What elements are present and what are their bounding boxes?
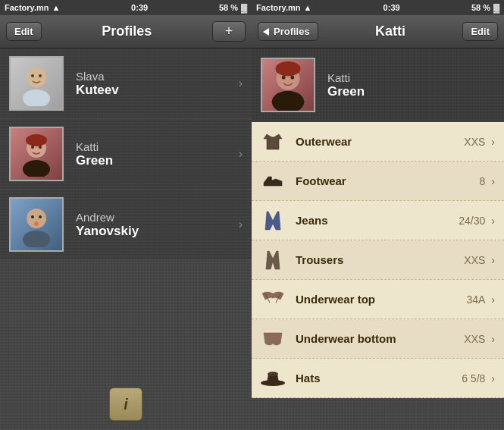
wifi-icon-left: ▲ bbox=[52, 3, 60, 12]
info-btn-container: i bbox=[0, 378, 252, 430]
add-profile-button[interactable]: + bbox=[212, 21, 246, 42]
list-item[interactable]: Slava Kuteev › bbox=[0, 49, 252, 119]
hats-chevron-icon: › bbox=[491, 372, 495, 384]
list-item[interactable]: Outerwear XXS › bbox=[252, 122, 504, 162]
svg-point-17 bbox=[282, 76, 286, 80]
nav-bar-right: Profiles Katti Edit bbox=[252, 15, 504, 49]
profile-last-slava: Kuteev bbox=[76, 83, 239, 98]
status-right-left: 58 % ▓ bbox=[219, 3, 247, 12]
svg-point-12 bbox=[39, 215, 42, 218]
profile-first-katti: Katti bbox=[76, 140, 239, 153]
back-button[interactable]: Profiles bbox=[258, 22, 318, 41]
underwear-top-label: Underwear top bbox=[296, 293, 466, 306]
battery-left: 58 % bbox=[219, 3, 238, 12]
list-item[interactable]: Footwear 8 › bbox=[252, 162, 504, 201]
battery-icon-left: ▓ bbox=[241, 3, 247, 12]
jeans-icon bbox=[258, 206, 288, 236]
photo-andrew bbox=[11, 199, 62, 250]
svg-point-8 bbox=[39, 146, 42, 149]
profile-header: Katti Green bbox=[252, 49, 504, 122]
photo-slava bbox=[11, 58, 62, 109]
wifi-icon-right: ▲ bbox=[303, 3, 311, 12]
carrier-left: Factory.mn bbox=[5, 3, 49, 12]
svg-point-1 bbox=[23, 89, 50, 106]
svg-point-15 bbox=[272, 91, 305, 111]
list-item[interactable]: Jeans 24/30 › bbox=[252, 201, 504, 240]
outerwear-icon bbox=[258, 127, 288, 157]
profile-last-andrew: Yanovskiy bbox=[76, 224, 239, 239]
status-bar-left: Factory.mn ▲ 0:39 58 % ▓ bbox=[0, 0, 252, 15]
time-left: 0:39 bbox=[131, 3, 148, 12]
underwear-bottom-label: Underwear bottom bbox=[296, 332, 464, 345]
profile-first-andrew: Andrew bbox=[76, 211, 239, 224]
list-item[interactable]: Underwear top 34A › bbox=[252, 280, 504, 319]
svg-point-6 bbox=[26, 134, 47, 146]
profile-list-container: Slava Kuteev › bbox=[0, 49, 252, 430]
list-item[interactable]: Underwear bottom XXS › bbox=[252, 319, 504, 359]
jeans-size: 24/30 bbox=[459, 215, 485, 227]
left-panel: Factory.mn ▲ 0:39 58 % ▓ Edit Profiles + bbox=[0, 0, 252, 430]
footwear-icon bbox=[258, 166, 288, 196]
profile-list: Slava Kuteev › bbox=[0, 49, 252, 378]
underwear-bottom-size: XXS bbox=[464, 333, 485, 345]
svg-point-3 bbox=[39, 74, 42, 77]
svg-point-0 bbox=[27, 67, 46, 87]
list-item[interactable]: Hats 6 5/8 › bbox=[252, 359, 504, 398]
svg-point-21 bbox=[268, 372, 278, 376]
list-item[interactable]: Katti Green › bbox=[0, 119, 252, 190]
trousers-icon bbox=[258, 245, 288, 275]
list-item[interactable]: Trousers XXS › bbox=[252, 240, 504, 280]
right-panel: Factory.mn ▲ 0:39 58 % ▓ Profiles Katti … bbox=[252, 0, 504, 430]
avatar-slava bbox=[9, 56, 64, 111]
profile-header-name: Katti Green bbox=[327, 71, 365, 99]
underwear-bottom-chevron-icon: › bbox=[491, 333, 495, 345]
edit-button-left[interactable]: Edit bbox=[6, 22, 42, 41]
status-bar-right: Factory.mn ▲ 0:39 58 % ▓ bbox=[252, 0, 504, 15]
clothing-list: Outerwear XXS › Footwear 8 › Jeans bbox=[252, 122, 504, 398]
underwear-top-chevron-icon: › bbox=[491, 293, 495, 306]
edit-button-right[interactable]: Edit bbox=[462, 22, 498, 41]
svg-point-11 bbox=[31, 215, 34, 218]
status-left: Factory.mn ▲ bbox=[5, 3, 60, 12]
svg-point-5 bbox=[23, 160, 50, 177]
svg-point-7 bbox=[31, 146, 34, 149]
chevron-icon-andrew: › bbox=[239, 218, 243, 231]
outerwear-chevron-icon: › bbox=[491, 136, 495, 148]
trousers-label: Trousers bbox=[296, 253, 464, 266]
list-item[interactable]: Andrew Yanovskiy › bbox=[0, 190, 252, 260]
hats-size: 6 5/8 bbox=[462, 372, 485, 384]
avatar-andrew bbox=[9, 197, 64, 252]
back-arrow-icon bbox=[263, 28, 269, 36]
status-left-right: Factory.mn ▲ bbox=[256, 3, 311, 12]
profile-last-katti: Green bbox=[76, 153, 239, 168]
nav-bar-left: Edit Profiles + bbox=[0, 15, 252, 49]
battery-icon-right: ▓ bbox=[493, 3, 499, 12]
profile-detail-last: Green bbox=[327, 84, 365, 99]
underwear-top-icon bbox=[258, 284, 288, 315]
jeans-label: Jeans bbox=[296, 214, 459, 227]
svg-point-13 bbox=[34, 221, 39, 226]
nav-title-right: Katti bbox=[375, 24, 405, 39]
back-label: Profiles bbox=[274, 26, 310, 37]
hats-label: Hats bbox=[296, 372, 462, 384]
avatar-katti-detail bbox=[261, 58, 315, 112]
nav-title-left: Profiles bbox=[102, 24, 152, 39]
chevron-icon-slava: › bbox=[239, 77, 243, 90]
battery-right: 58 % bbox=[471, 3, 490, 12]
jeans-chevron-icon: › bbox=[491, 215, 495, 227]
svg-point-2 bbox=[31, 74, 34, 77]
info-button[interactable]: i bbox=[109, 388, 142, 421]
footwear-chevron-icon: › bbox=[491, 175, 495, 187]
profile-name-slava: Slava Kuteev bbox=[76, 70, 239, 98]
profile-name-katti: Katti Green bbox=[76, 140, 239, 168]
carrier-right: Factory.mn bbox=[256, 3, 300, 12]
svg-point-10 bbox=[23, 231, 50, 247]
trousers-size: XXS bbox=[464, 254, 485, 266]
footwear-label: Footwear bbox=[296, 174, 480, 187]
profile-detail-first: Katti bbox=[327, 71, 365, 84]
profile-name-andrew: Andrew Yanovskiy bbox=[76, 211, 239, 239]
outerwear-label: Outerwear bbox=[296, 135, 464, 148]
hats-icon bbox=[258, 363, 288, 394]
avatar-katti bbox=[9, 127, 64, 181]
time-right: 0:39 bbox=[383, 3, 400, 12]
